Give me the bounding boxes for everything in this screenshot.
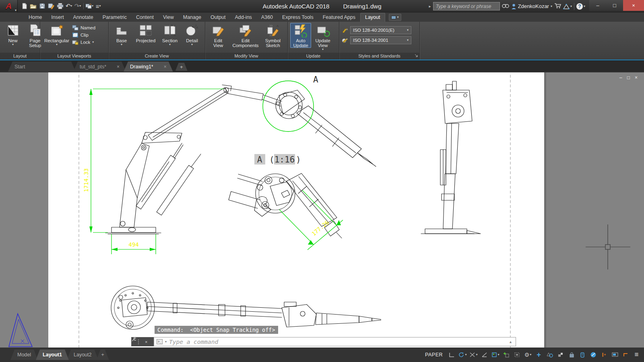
- search-collapse-arrow-icon[interactable]: ▸: [429, 4, 431, 8]
- customize-quick-access-button[interactable]: ≡▾: [94, 1, 103, 11]
- ribbon-display-button[interactable]: ▾: [389, 14, 401, 21]
- tab-layout2[interactable]: Layout2: [67, 350, 98, 360]
- object-snap-tracking-button[interactable]: [479, 350, 489, 360]
- search-button[interactable]: [502, 3, 509, 10]
- workspace-button[interactable]: ▾: [85, 1, 94, 11]
- tab-view[interactable]: View: [159, 13, 178, 22]
- tab-content[interactable]: Content: [132, 13, 158, 22]
- chevron-down-icon[interactable]: ▾: [165, 340, 167, 343]
- clip-viewport-button[interactable]: Clip: [72, 32, 95, 38]
- new-file-button[interactable]: [20, 1, 29, 11]
- command-input-field[interactable]: >_ ▾ ▲: [154, 337, 516, 346]
- workspace-gear-button[interactable]: ⚙▾: [523, 350, 533, 360]
- customization-menu-button[interactable]: ≡: [632, 350, 642, 360]
- panel-title-styles-standards[interactable]: Styles and Standards: [339, 53, 419, 60]
- close-icon[interactable]: ×: [145, 339, 147, 344]
- drag-handle-icon[interactable]: [138, 339, 139, 345]
- close-button[interactable]: ×: [623, 0, 644, 11]
- isolate-objects-button[interactable]: I+: [599, 350, 609, 360]
- tab-parametric[interactable]: Parametric: [98, 13, 131, 22]
- tab-express-tools[interactable]: Express Tools: [278, 13, 318, 22]
- doc-restore-button[interactable]: □: [627, 75, 630, 80]
- customize-wrench-icon[interactable]: [131, 337, 136, 342]
- tab-layout1[interactable]: Layout1: [36, 350, 69, 360]
- panel-title-modify-view[interactable]: Modify View: [205, 53, 287, 60]
- tab-manage[interactable]: Manage: [179, 13, 206, 22]
- panel-title-layout-viewports[interactable]: Layout Viewports: [40, 53, 108, 60]
- snap-mode-button[interactable]: [501, 350, 511, 360]
- tab-output[interactable]: Output: [206, 13, 230, 22]
- panel-title-create-view[interactable]: Create View: [109, 53, 205, 60]
- dimension-base-width-text[interactable]: 494: [128, 241, 138, 248]
- doc-minimize-button[interactable]: –: [619, 75, 622, 80]
- application-menu-button[interactable]: A ▾: [0, 0, 18, 12]
- command-input[interactable]: [169, 339, 506, 345]
- drawing-area[interactable]: A 1714.33 494 A ( 1:16 ): [0, 72, 644, 348]
- base-view-button[interactable]: Base ▾: [111, 23, 132, 46]
- polar-tracking-button[interactable]: ▾: [458, 350, 468, 360]
- plot-button[interactable]: [56, 1, 64, 11]
- annotation-clip-button[interactable]: [577, 350, 587, 360]
- panel-title-update[interactable]: Update: [288, 53, 339, 60]
- tab-model[interactable]: Model: [10, 350, 38, 360]
- annotation-monitor-button[interactable]: +: [534, 350, 544, 360]
- customization-bracket-button[interactable]: [621, 350, 631, 360]
- detail-marker-label[interactable]: A: [313, 75, 318, 84]
- save-as-button[interactable]: [47, 1, 56, 11]
- command-bar-grip[interactable]: ×: [131, 337, 154, 346]
- help-button[interactable]: ?▾: [576, 3, 585, 10]
- object-snap-button[interactable]: ▾: [490, 350, 500, 360]
- panel-expand-icon[interactable]: [415, 54, 418, 58]
- tab-add-ins[interactable]: Add-ins: [230, 13, 256, 22]
- doc-close-button[interactable]: ×: [635, 75, 638, 80]
- sign-in-button[interactable]: ZdenkoKozar ▾: [511, 3, 552, 9]
- selection-cycling-button[interactable]: [512, 350, 522, 360]
- app-store-button[interactable]: [554, 3, 561, 10]
- detail-view-label[interactable]: A ( 1:16 ): [254, 154, 301, 165]
- annotation-visibility-button[interactable]: [545, 350, 555, 360]
- file-tab-start[interactable]: Start: [8, 62, 76, 72]
- save-button[interactable]: [38, 1, 47, 11]
- clean-screen-button[interactable]: [610, 350, 620, 360]
- tab-home[interactable]: Home: [24, 13, 46, 22]
- tab-layout[interactable]: Layout: [360, 13, 385, 22]
- open-file-button[interactable]: [29, 1, 38, 11]
- close-icon[interactable]: ×: [164, 64, 167, 70]
- lock-viewport-button[interactable]: Lock ▾: [72, 39, 95, 45]
- grid-display-button[interactable]: [447, 350, 457, 360]
- command-scroll-up-icon[interactable]: ▲: [509, 340, 513, 344]
- update-view-button[interactable]: Update View ▾: [312, 23, 333, 51]
- standard-select[interactable]: ISO 128-34:2001 ▾: [350, 36, 411, 44]
- rectangular-viewport-button[interactable]: Rectangular ▾: [43, 23, 71, 46]
- tab-featured-apps[interactable]: Featured Apps: [318, 13, 360, 22]
- redo-button[interactable]: ↷▾: [73, 1, 82, 11]
- close-icon[interactable]: ×: [117, 64, 120, 70]
- search-input[interactable]: [433, 2, 500, 10]
- lock-ui-button[interactable]: [566, 350, 576, 360]
- new-layout-tab-button[interactable]: +: [96, 350, 109, 360]
- tab-annotate[interactable]: Annotate: [69, 13, 98, 22]
- dimension-height-text[interactable]: 1714.33: [83, 168, 89, 192]
- undo-button[interactable]: ↶▾: [64, 1, 73, 11]
- restore-button[interactable]: □: [606, 0, 623, 11]
- edit-components-button[interactable]: Edit Components: [230, 23, 261, 48]
- new-layout-button[interactable]: New ▾: [2, 23, 23, 46]
- isometric-drafting-button[interactable]: ▾: [469, 350, 479, 360]
- tab-a360[interactable]: A360: [257, 13, 277, 22]
- edit-view-button[interactable]: Edit View: [208, 23, 229, 48]
- detail-view-button[interactable]: A Detail ▾: [182, 23, 202, 46]
- paper-space-button[interactable]: PAPER: [422, 350, 446, 360]
- tab-insert[interactable]: Insert: [47, 13, 68, 22]
- panel-title-layout[interactable]: Layout: [0, 53, 40, 60]
- section-view-button[interactable]: AA Section ▾: [159, 23, 180, 46]
- file-tab-tut-std-pts[interactable]: tut_std_pts*×: [73, 62, 126, 72]
- annotation-scale-button[interactable]: [555, 350, 566, 360]
- symbol-sketch-button[interactable]: A Symbol Sketch: [262, 23, 283, 48]
- file-tab-drawing1[interactable]: Drawing1*×: [124, 62, 173, 72]
- minimize-button[interactable]: –: [589, 0, 606, 11]
- graphics-performance-button[interactable]: [588, 350, 598, 360]
- auto-update-button[interactable]: Auto Update: [290, 23, 311, 48]
- layout-canvas[interactable]: A 1714.33 494 A ( 1:16 ): [0, 72, 644, 348]
- named-viewports-button[interactable]: Named: [72, 25, 95, 31]
- new-drawing-tab-button[interactable]: +: [175, 63, 188, 71]
